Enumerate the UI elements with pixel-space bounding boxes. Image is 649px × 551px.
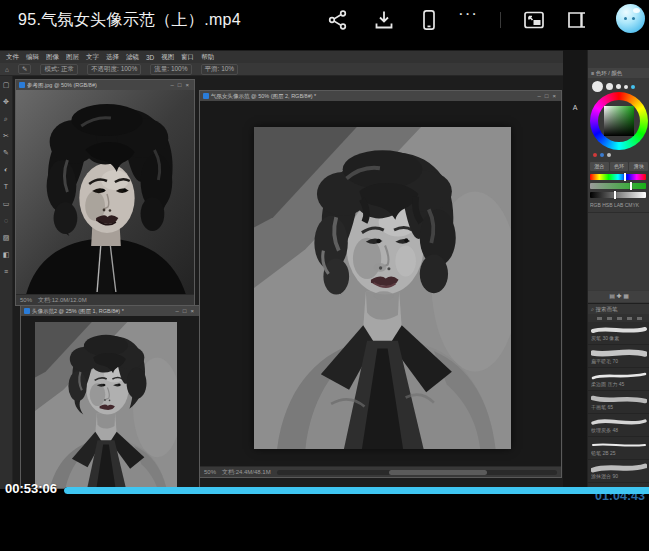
brush-preset-item[interactable]: 炭笔 30 像素 [588,322,649,345]
main-painting-canvas[interactable] [200,101,561,466]
hue-slider[interactable] [590,174,646,180]
ps-menu-window[interactable]: 窗口 [181,53,194,62]
ps-menu-edit[interactable]: 编辑 [26,53,39,62]
window-maximize-button[interactable]: □ [178,82,184,88]
brush-preset-item[interactable]: 干画笔 65 [588,391,649,414]
brush-preset-item[interactable]: 柔边圆 压力 45 [588,368,649,391]
ps-doc-small-title: 头像示范2 @ 25% (图层 1, RGB/8#) * [32,308,174,315]
ps-menu-layer[interactable]: 图层 [66,53,79,62]
ps-tool-palette[interactable]: ▢ ✥ ⌕ ✂ ✎ ◐ T ▭ ◌ ▨ ◧ ≡ [0,76,13,489]
brush-size-dot[interactable] [616,84,621,89]
ps-menu-image[interactable]: 图像 [46,53,59,62]
brush-preset-label: 铅笔 2B 25 [591,450,647,456]
ps-tool-preset-icon[interactable]: ✎ [18,64,31,74]
ps-doc-icon [24,308,30,314]
ps-document-main-painting[interactable]: 气氛女头像示范 @ 50% (图层 2, RGB/8#) * – □ × [199,90,562,478]
phone-icon[interactable] [417,8,441,32]
ps-document-small-study[interactable]: 头像示范2 @ 25% (图层 1, RGB/8#) * – □ × [20,305,200,489]
saturation-brightness-picker[interactable] [604,106,634,136]
window-maximize-button[interactable]: □ [545,93,551,99]
brush-size-dot[interactable] [606,83,613,90]
brush-preset-item[interactable]: 涂抹混合 90 [588,460,649,483]
picture-in-picture-icon[interactable] [522,8,546,32]
color-panel-actions[interactable]: ▤ ✚ ▦ [588,291,649,302]
brush-size-dot[interactable] [624,85,628,89]
window-close-button[interactable]: × [185,82,191,88]
download-icon[interactable] [372,8,396,32]
color-wheel[interactable] [590,92,648,150]
brightness-slider[interactable] [590,192,646,198]
video-frame[interactable]: 文件 编辑 图像 图层 文字 选择 滤镜 3D 视图 窗口 帮助 ⌂ ✎ 模式:… [0,50,649,489]
ps-menu-3d[interactable]: 3D [146,54,154,61]
more-icon[interactable]: ··· [458,4,478,24]
brush-size-dot[interactable] [592,81,603,92]
progress-bar[interactable] [64,487,649,494]
window-close-button[interactable]: × [552,93,558,99]
ps-smoothing-field[interactable]: 平滑: 10% [201,64,239,75]
ps-menu-help[interactable]: 帮助 [201,53,214,62]
ps-menu-view[interactable]: 视图 [161,53,174,62]
ps-doc-small-titlebar[interactable]: 头像示范2 @ 25% (图层 1, RGB/8#) * – □ × [21,306,199,316]
color-mode-wheel[interactable]: 色环 [610,162,629,171]
ps-menu-type[interactable]: 文字 [86,53,99,62]
user-avatar[interactable] [616,4,645,33]
brush-preset-label: 干画笔 65 [591,404,647,410]
ps-options-bar: ⌂ ✎ 模式: 正常 不透明度: 100% 流量: 100% 平滑: 10% [0,63,649,76]
ps-opacity-field[interactable]: 不透明度: 100% [87,64,141,75]
brush-search-row[interactable]: ⌕ 搜索画笔 [588,304,649,314]
screen-cast-icon[interactable] [565,8,589,32]
reference-photo-image[interactable] [16,90,194,295]
share-icon[interactable] [326,8,350,32]
color-panel-tab[interactable]: ≡ 色环 / 颜色 [588,68,649,78]
brush-preset-label: 炭笔 30 像素 [591,335,647,341]
small-study-canvas[interactable] [21,316,199,488]
progress-fill [64,487,649,494]
ps-doc-photo-zoom[interactable]: 50% [20,297,32,303]
window-maximize-button[interactable]: □ [183,308,189,314]
ps-doc-photo-statusbar: 50% 文档:12.0M/12.0M [16,294,194,305]
saturation-slider[interactable] [590,183,646,189]
brush-list-header [588,314,649,322]
player-control-bar: 倍速 超清 字幕 查找 选集 SVIP [0,497,649,551]
color-mode-mix[interactable]: 混合 [590,162,609,171]
color-panel-mode-buttons: 混合 色环 滑块 [590,162,648,171]
ps-doc-photo-info: 文档:12.0M/12.0M [38,296,87,305]
ps-blend-mode-select[interactable]: 模式: 正常 [40,64,78,75]
ps-doc-main-titlebar[interactable]: 气氛女头像示范 @ 50% (图层 2, RGB/8#) * – □ × [200,91,561,101]
brush-preset-item[interactable]: 扁平硬毛 70 [588,345,649,368]
swatch-gray[interactable] [607,153,611,157]
ps-doc-main-zoom[interactable]: 50% [204,469,216,475]
ps-collapsed-panel-strip[interactable]: A [563,50,587,489]
ps-document-reference-photo[interactable]: 参考图.jpg @ 50% (RGB/8#) – □ × [15,79,195,306]
topbar-divider [500,12,501,28]
ps-menu-file[interactable]: 文件 [6,53,19,62]
brush-preset-label: 涂抹混合 90 [591,473,647,479]
small-study-portrait [35,322,177,488]
ps-home-icon[interactable]: ⌂ [5,66,9,73]
brush-preset-label: 扁平硬毛 70 [591,358,647,364]
horizontal-scrollbar[interactable] [277,470,557,475]
color-mode-sliders[interactable]: 滑块 [629,162,648,171]
ps-doc-main-title: 气氛女头像示范 @ 50% (图层 2, RGB/8#) * [211,93,536,100]
swatch-blue[interactable] [600,153,604,157]
window-minimize-button[interactable]: – [538,93,543,99]
brush-preset-item[interactable]: 纹理炭条 48 [588,414,649,437]
ps-doc-icon [203,93,209,99]
window-close-button[interactable]: × [190,308,196,314]
swatch-red[interactable] [593,153,597,157]
main-painting [254,127,511,449]
window-minimize-button[interactable]: – [171,82,176,88]
ps-flow-field[interactable]: 流量: 100% [150,64,191,75]
color-dot[interactable] [631,85,635,89]
ps-doc-photo-titlebar[interactable]: 参考图.jpg @ 50% (RGB/8#) – □ × [16,80,194,90]
ps-menu-select[interactable]: 选择 [106,53,119,62]
window-minimize-button[interactable]: – [176,308,181,314]
brush-size-presets [592,81,635,92]
ps-menu-bar: 文件 编辑 图像 图层 文字 选择 滤镜 3D 视图 窗口 帮助 [0,51,649,63]
ps-right-panel: ≡ 色环 / 颜色 混合 色环 滑块 [587,50,649,489]
video-player-window: 95.气氛女头像示范（上）.mp4 ··· [0,0,649,551]
brush-preset-label: 柔边圆 压力 45 [591,381,647,387]
brush-preset-item[interactable]: 铅笔 2B 25 [588,437,649,460]
color-format-labels[interactable]: RGB HSB LAB CMYK [590,202,648,208]
ps-menu-filter[interactable]: 滤镜 [126,53,139,62]
